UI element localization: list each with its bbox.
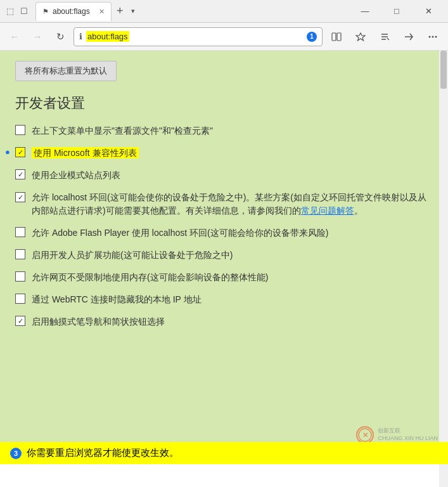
- watermark-line1: 创新互联: [378, 427, 438, 435]
- label-show-source: 在上下文菜单中显示"查看源文件"和"检查元素": [32, 124, 213, 138]
- label-webrtc: 通过 WebRTC 连接时隐藏我的本地 IP 地址: [32, 293, 202, 306]
- section-title: 开发者设置: [15, 94, 433, 113]
- checkbox-webrtc[interactable]: [15, 294, 25, 304]
- active-tab[interactable]: ⚑ about:flags ✕: [35, 2, 112, 21]
- setting-item-memory: 允许网页不受限制地使用内存(这可能会影响设备的整体性能): [15, 271, 433, 284]
- tab-dropdown-button[interactable]: ▾: [129, 7, 138, 15]
- tab-favicon: ⚑: [42, 8, 49, 16]
- page-icon: ☐: [19, 6, 29, 16]
- page-content: 将所有标志重置为默认 开发者设置 在上下文菜单中显示"查看源文件"和"检查元素"…: [0, 51, 448, 464]
- checkbox-memory[interactable]: [15, 271, 25, 282]
- checkmark-icon: ✓: [18, 171, 23, 179]
- favorite-button[interactable]: [350, 27, 371, 47]
- label-localhost: 允许 localhost 环回(这可能会使你的设备处于危险之中)。某些方案(如自…: [32, 191, 433, 218]
- notification-bar: 3 你需要重启浏览器才能使更改生效。: [0, 442, 448, 464]
- minimize-button[interactable]: —: [350, 0, 380, 23]
- svg-marker-2: [356, 33, 365, 41]
- label-compatibility: 使用 Microsoft 兼容性列表: [32, 146, 139, 160]
- label-memory: 允许网页不受限制地使用内存(这可能会影响设备的整体性能): [32, 271, 268, 284]
- close-button[interactable]: ✕: [414, 0, 443, 23]
- watermark-line2: CHUANG XIN HU LIAN: [378, 435, 438, 443]
- setting-item-localhost: ✓ 允许 localhost 环回(这可能会使你的设备处于危险之中)。某些方案(…: [15, 191, 433, 218]
- setting-item-compatibility: ● ✓ 使用 Microsoft 兼容性列表: [15, 146, 433, 160]
- scrollbar-thumb[interactable]: [440, 51, 447, 89]
- watermark: ✕ 创新互联 CHUANG XIN HU LIAN: [356, 426, 438, 444]
- label-dev-extensions: 启用开发人员扩展功能(这可能让设备处于危险之中): [32, 249, 233, 262]
- addressbar: ← → ↻ ℹ about:flags 1: [0, 23, 448, 51]
- setting-item-flash: 允许 Adobe Flash Player 使用 localhost 环回(这可…: [15, 226, 433, 240]
- address-badge: 1: [307, 32, 317, 42]
- checkbox-touch-nav[interactable]: ✓: [15, 316, 25, 326]
- maximize-button[interactable]: □: [382, 0, 411, 23]
- setting-item-webrtc: 通过 WebRTC 连接时隐藏我的本地 IP 地址: [15, 293, 433, 306]
- checkmark-icon: ✓: [18, 193, 23, 202]
- scrollbar[interactable]: [439, 51, 448, 487]
- checkbox-localhost[interactable]: ✓: [15, 192, 25, 202]
- setting-item-show-source: 在上下文菜单中显示"查看源文件"和"检查元素": [15, 124, 433, 138]
- setting-item-touch-nav: ✓ 启用触摸式笔导航和简状按钮选择: [15, 315, 433, 328]
- reading-list-button[interactable]: [374, 27, 395, 47]
- url-display: about:flags: [86, 32, 303, 41]
- settings-list: 在上下文菜单中显示"查看源文件"和"检查元素" ● ✓ 使用 Microsoft…: [15, 124, 433, 328]
- notification-text: 你需要重启浏览器才能使更改生效。: [27, 447, 179, 459]
- svg-text:✕: ✕: [362, 431, 368, 439]
- tab-label: about:flags: [53, 7, 90, 16]
- tab-bar: ⚑ about:flags ✕ + ▾: [35, 0, 350, 22]
- label-enterprise: 使用企业模式站点列表: [32, 169, 120, 182]
- titlebar-left-icons: ⬚ ☐: [5, 6, 29, 16]
- titlebar: ⬚ ☐ ⚑ about:flags ✕ + ▾ — □ ✕: [0, 0, 448, 23]
- forward-button[interactable]: →: [28, 27, 47, 46]
- svg-point-8: [435, 36, 437, 37]
- checkbox-show-source[interactable]: [15, 125, 25, 135]
- label-flash: 允许 Adobe Flash Player 使用 localhost 环回(这可…: [32, 226, 328, 240]
- highlighted-text: 使用 Microsoft 兼容性列表: [32, 147, 139, 159]
- more-button[interactable]: [423, 27, 443, 47]
- new-tab-button[interactable]: +: [112, 4, 129, 18]
- back-button[interactable]: ←: [5, 27, 24, 46]
- share-button[interactable]: [399, 27, 419, 47]
- checkbox-flash[interactable]: [15, 227, 25, 237]
- setting-item-enterprise: ✓ 使用企业模式站点列表: [15, 169, 433, 182]
- back-icon[interactable]: ⬚: [5, 6, 15, 16]
- svg-point-7: [432, 36, 434, 37]
- split-view-button[interactable]: [326, 27, 347, 47]
- checkmark-icon: ✓: [18, 148, 23, 157]
- checkmark-icon: ✓: [18, 317, 23, 325]
- refresh-button[interactable]: ↻: [51, 27, 70, 46]
- info-icon: ℹ: [79, 32, 82, 41]
- svg-point-6: [429, 36, 431, 37]
- watermark-text: 创新互联 CHUANG XIN HU LIAN: [378, 427, 438, 442]
- titlebar-controls: — □ ✕: [350, 0, 443, 23]
- reset-flags-button[interactable]: 将所有标志重置为默认: [15, 61, 117, 81]
- svg-rect-1: [337, 33, 341, 41]
- watermark-logo: ✕: [356, 426, 374, 444]
- checkbox-dev-extensions[interactable]: [15, 249, 25, 259]
- url-text: about:flags: [86, 31, 129, 42]
- bullet-icon: ●: [5, 147, 10, 157]
- svg-rect-0: [332, 33, 336, 41]
- address-bar[interactable]: ℹ about:flags 1: [74, 27, 323, 46]
- faq-link[interactable]: 常见问题解答: [301, 205, 354, 216]
- tab-close-button[interactable]: ✕: [99, 8, 105, 16]
- setting-item-dev-extensions: 启用开发人员扩展功能(这可能让设备处于危险之中): [15, 249, 433, 262]
- checkbox-enterprise[interactable]: ✓: [15, 169, 25, 179]
- label-touch-nav: 启用触摸式笔导航和简状按钮选择: [32, 315, 165, 328]
- checkbox-compatibility[interactable]: ✓: [15, 147, 25, 157]
- notification-badge: 3: [10, 448, 22, 459]
